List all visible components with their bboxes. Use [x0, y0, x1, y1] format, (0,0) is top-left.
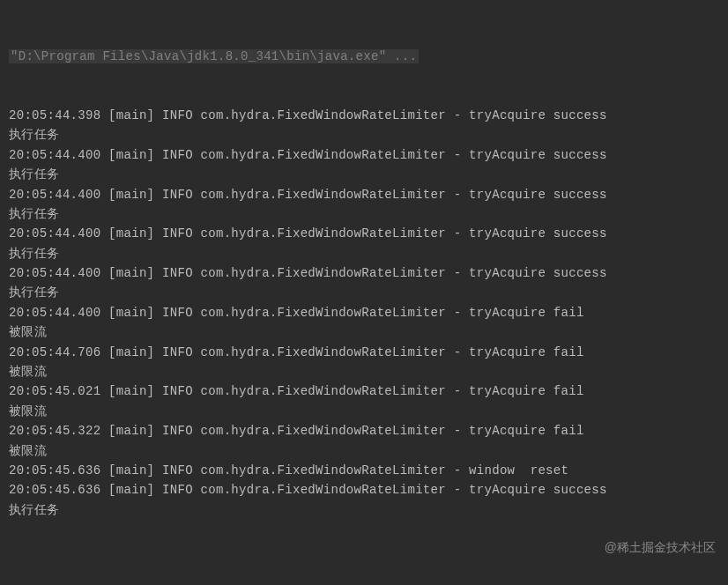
log-line: 20:05:45.636 [main] INFO com.hydra.Fixed…	[9, 480, 719, 500]
task-output-line: 被限流	[9, 362, 719, 381]
log-line: 20:05:45.021 [main] INFO com.hydra.Fixed…	[9, 381, 719, 401]
log-line: 20:05:44.398 [main] INFO com.hydra.Fixed…	[9, 106, 719, 125]
task-output-line: 执行任务	[9, 244, 719, 263]
log-line: 20:05:44.400 [main] INFO com.hydra.Fixed…	[9, 263, 719, 283]
task-output-line: 执行任务	[9, 125, 719, 144]
console-output: "D:\Program Files\Java\jdk1.8.0_341\bin\…	[9, 7, 719, 585]
task-output-line: 执行任务	[9, 204, 719, 224]
watermark: @稀土掘金技术社区	[605, 537, 716, 557]
log-lines-container: 20:05:44.398 [main] INFO com.hydra.Fixed…	[9, 106, 719, 520]
command-line: "D:\Program Files\Java\jdk1.8.0_341\bin\…	[9, 47, 719, 66]
task-output-line: 被限流	[9, 441, 719, 461]
log-line: 20:05:44.400 [main] INFO com.hydra.Fixed…	[9, 145, 719, 165]
empty-line	[9, 559, 719, 579]
task-output-line: 被限流	[9, 322, 719, 342]
log-line: 20:05:45.636 [main] INFO com.hydra.Fixed…	[9, 461, 719, 480]
task-output-line: 被限流	[9, 402, 719, 421]
task-output-line: 执行任务	[9, 165, 719, 184]
log-line: 20:05:44.400 [main] INFO com.hydra.Fixed…	[9, 224, 719, 243]
log-line: 20:05:44.706 [main] INFO com.hydra.Fixed…	[9, 343, 719, 362]
java-command: "D:\Program Files\Java\jdk1.8.0_341\bin\…	[9, 49, 419, 63]
task-output-line: 执行任务	[9, 500, 719, 520]
task-output-line: 执行任务	[9, 283, 719, 302]
log-line: 20:05:45.322 [main] INFO com.hydra.Fixed…	[9, 421, 719, 441]
log-line: 20:05:44.400 [main] INFO com.hydra.Fixed…	[9, 303, 719, 322]
log-line: 20:05:44.400 [main] INFO com.hydra.Fixed…	[9, 185, 719, 204]
